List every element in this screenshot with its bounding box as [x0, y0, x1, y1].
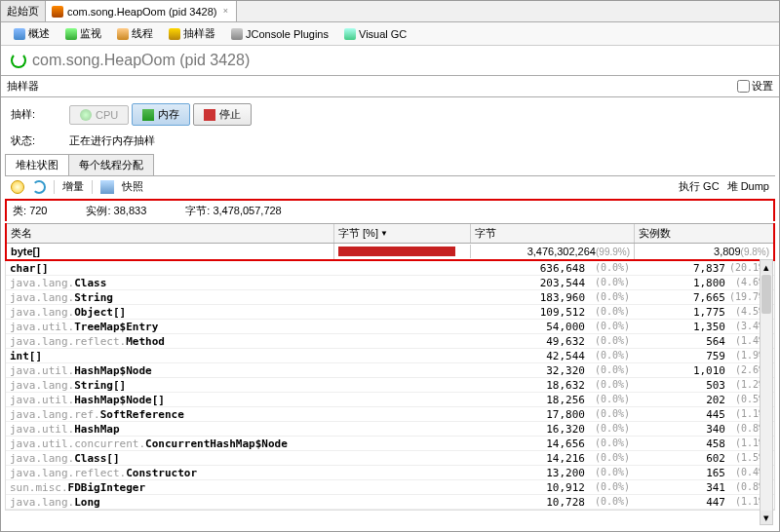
- monitor-button[interactable]: 监视: [60, 24, 106, 43]
- cell-bytes: 3,476,302,264(99.9%): [471, 244, 635, 259]
- status-value: 正在进行内存抽样: [69, 133, 769, 148]
- tab-main[interactable]: com.song.HeapOom (pid 3428) ×: [46, 1, 237, 21]
- monitor-icon: [65, 28, 77, 40]
- sampler-button[interactable]: 抽样器: [164, 24, 220, 43]
- refresh-small-icon[interactable]: [32, 180, 46, 194]
- table-body: char[]636,648(0.0%)7,837(20.1%)java.lang…: [5, 261, 775, 511]
- small-toolbar: 增量 快照 执行 GC 堆 Dump: [5, 176, 775, 197]
- cpu-icon: [80, 109, 92, 121]
- cell-bar: [333, 441, 470, 445]
- pause-icon[interactable]: [11, 180, 24, 194]
- view-toolbar: 概述 监视 线程 抽样器 JConsole Plugins Visual GC: [1, 22, 779, 46]
- sampler-label: 抽样器: [7, 79, 39, 94]
- cell-bytes: 10,728(0.0%): [470, 494, 634, 511]
- scroll-up-icon[interactable]: ▴: [760, 260, 772, 274]
- overview-icon: [14, 28, 25, 40]
- delta-button[interactable]: 增量: [62, 179, 84, 194]
- sample-label: 抽样:: [11, 107, 69, 122]
- cell-bar: [333, 295, 470, 299]
- cell-classname: java.lang.Long: [6, 494, 333, 511]
- table-row-highlight[interactable]: byte[] 3,476,302,264(99.9%) 3,809(9.8%): [5, 244, 775, 261]
- threads-button[interactable]: 线程: [112, 24, 158, 43]
- gc-button[interactable]: 执行 GC: [679, 179, 720, 194]
- tab-start-page[interactable]: 起始页: [1, 1, 46, 21]
- header-classname[interactable]: 类名: [7, 224, 334, 243]
- cell-bar: [333, 266, 470, 270]
- cell-bar: [333, 412, 470, 416]
- memory-icon: [142, 109, 154, 121]
- cell-bar: [333, 354, 470, 358]
- header-bytes-pct[interactable]: 字节 [%] ▼: [334, 224, 471, 243]
- close-icon[interactable]: ×: [220, 7, 230, 17]
- summary-row: 类: 720 实例: 38,833 字节: 3,478,057,728: [5, 199, 775, 221]
- controls-panel: 抽样: CPU 内存 停止 状态: 正在进行内存抽样: [1, 97, 779, 154]
- cell-bar: [333, 456, 470, 460]
- scrollbar[interactable]: ▴ ▾: [760, 259, 773, 525]
- cell-bar: [333, 339, 470, 343]
- cell-bar: [333, 310, 470, 314]
- page-title: com.song.HeapOom (pid 3428): [32, 52, 250, 69]
- overview-button[interactable]: 概述: [9, 24, 55, 43]
- subtab-heap[interactable]: 堆柱状图: [5, 154, 69, 175]
- cell-bar: [333, 485, 470, 489]
- sampler-bar: 抽样器 设置: [1, 75, 779, 97]
- top-tabs: 起始页 com.song.HeapOom (pid 3428) ×: [1, 1, 779, 22]
- cell-instances: 3,809(9.8%): [635, 244, 773, 259]
- bytes-count: 3,478,057,728: [213, 205, 281, 216]
- cell-bar: [334, 245, 471, 258]
- scroll-thumb[interactable]: [761, 275, 771, 314]
- table-wrap: 类名 字节 [%] ▼ 字节 实例数: [5, 223, 775, 244]
- threads-icon: [117, 28, 129, 40]
- title-row: com.song.HeapOom (pid 3428): [1, 46, 779, 75]
- header-bytes[interactable]: 字节: [471, 224, 635, 243]
- sort-desc-icon: ▼: [380, 229, 388, 238]
- snapshot-icon: [100, 180, 114, 194]
- refresh-icon[interactable]: [11, 53, 26, 68]
- table-row[interactable]: java.lang.Long10,728(0.0%)447(1.1%): [6, 495, 774, 510]
- visualgc-icon: [344, 28, 356, 40]
- cell-bar: [333, 324, 470, 328]
- header-instances[interactable]: 实例数: [635, 224, 773, 243]
- java-icon: [52, 6, 63, 18]
- classes-count: 720: [29, 205, 47, 216]
- cell-bar: [333, 398, 470, 401]
- jconsole-icon: [231, 28, 243, 40]
- cell-instances: 447(1.1%): [634, 494, 774, 511]
- tab-start-label: 起始页: [7, 4, 39, 19]
- memory-button[interactable]: 内存: [132, 103, 190, 126]
- heap-dump-button[interactable]: 堆 Dump: [727, 179, 769, 194]
- status-label: 状态:: [11, 133, 69, 148]
- cell-bar: [333, 427, 470, 431]
- subtab-per-thread[interactable]: 每个线程分配: [68, 154, 154, 175]
- cell-bar: [333, 281, 470, 285]
- stop-button[interactable]: 停止: [193, 103, 252, 126]
- sampler-icon: [169, 28, 180, 40]
- snapshot-button[interactable]: 快照: [122, 179, 143, 194]
- cpu-button: CPU: [69, 105, 129, 125]
- cell-bar: [333, 368, 470, 372]
- table-header: 类名 字节 [%] ▼ 字节 实例数: [7, 223, 773, 244]
- scroll-down-icon[interactable]: ▾: [760, 511, 772, 524]
- cell-bar: [333, 471, 470, 475]
- visualgc-button[interactable]: Visual GC: [339, 26, 411, 42]
- instances-count: 38,833: [114, 205, 147, 216]
- cell-bar: [333, 500, 470, 504]
- subtabs: 堆柱状图 每个线程分配: [5, 154, 775, 176]
- settings-toggle[interactable]: 设置: [737, 79, 773, 94]
- tab-main-label: com.song.HeapOom (pid 3428): [67, 6, 216, 18]
- cell-bar: [333, 383, 470, 387]
- settings-checkbox[interactable]: [737, 80, 750, 93]
- jconsole-button[interactable]: JConsole Plugins: [226, 26, 333, 42]
- cell-classname: byte[]: [7, 244, 334, 259]
- stop-icon: [204, 109, 215, 121]
